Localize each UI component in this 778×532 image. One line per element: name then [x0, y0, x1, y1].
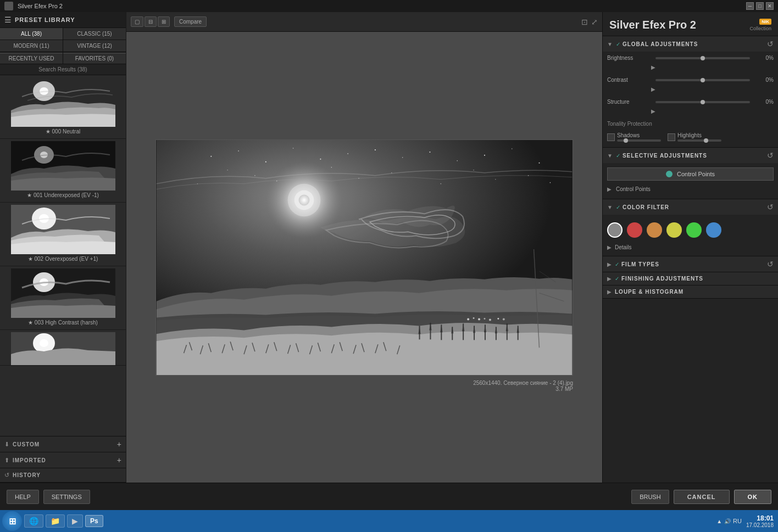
brightness-row: Brightness 0%	[607, 55, 774, 61]
preset-item[interactable]: ★ 001 Underexposed (EV -1)	[0, 139, 126, 203]
contrast-slider[interactable]	[655, 79, 750, 81]
add-custom-button[interactable]: +	[117, 440, 121, 449]
add-control-point-button[interactable]: Control Points	[607, 167, 774, 181]
sidebar: ☰ PRESET LIBRARY ALL (38) CLASSIC (15) M…	[0, 12, 126, 483]
tab-recently-used[interactable]: RECENTLY USED	[0, 53, 63, 64]
shadows-label: Shadows	[617, 132, 661, 138]
brightness-slider[interactable]	[655, 57, 750, 59]
control-points-expand[interactable]: ▶ Control Points	[607, 184, 774, 194]
chevron-right-icon: ▶	[651, 108, 655, 114]
swatch-blue[interactable]	[706, 222, 721, 238]
start-button[interactable]: ⊞	[2, 511, 22, 531]
section-color-filter-header[interactable]: ▼ ✓ COLOR FILTER ↺	[603, 199, 778, 215]
canvas-area: ▢ ⊟ ⊞ Compare ⊡ ⤢	[126, 12, 602, 483]
section-finishing-header[interactable]: ▶ ✓ FINISHING ADJUSTMENTS	[603, 272, 778, 285]
taskbar-ie[interactable]: 🌐	[24, 514, 43, 528]
highlights-checkbox[interactable]	[668, 133, 675, 141]
svg-point-16	[210, 155, 212, 156]
ok-button[interactable]: OK	[734, 490, 772, 504]
tray-arrow-icon[interactable]: ▲	[716, 518, 722, 524]
taskbar-photoshop[interactable]: Ps	[85, 515, 103, 527]
preset-item[interactable]: ★ 000 Neutral	[0, 75, 126, 139]
swatch-yellow[interactable]	[666, 222, 682, 238]
add-imported-button[interactable]: +	[117, 456, 121, 464]
section-global-header[interactable]: ▼ ✓ GLOBAL ADJUSTMENTS ↺	[603, 36, 778, 52]
sidebar-bottom: ⬇ CUSTOM + ⬆ IMPORTED + ↺ HISTORY	[0, 436, 126, 483]
swatch-orange[interactable]	[647, 222, 662, 238]
collection-label: Collection	[749, 26, 771, 31]
reset-button[interactable]: ↺	[767, 40, 774, 48]
structure-row: Structure 0%	[607, 99, 774, 105]
expand-arrow-icon: ▼	[607, 153, 613, 159]
reset-button[interactable]: ↺	[767, 151, 774, 160]
svg-point-22	[375, 149, 376, 150]
minimize-button[interactable]: ─	[746, 2, 754, 10]
photo-svg	[156, 140, 573, 375]
details-expand[interactable]: ▶ Details	[607, 242, 774, 253]
taskbar-media[interactable]: ▶	[67, 514, 83, 528]
structure-expand[interactable]: ▶	[607, 107, 774, 117]
swatch-green[interactable]	[686, 222, 702, 238]
tab-modern[interactable]: MODERN (11)	[0, 40, 63, 52]
highlights-slider[interactable]	[677, 139, 721, 142]
photo-frame	[155, 139, 573, 376]
contrast-expand[interactable]: ▶	[607, 85, 774, 96]
special-tabs: RECENTLY USED FAVORITES (0)	[0, 53, 126, 64]
maximize-button[interactable]: □	[756, 2, 764, 10]
taskbar-clock[interactable]: 18:01 17.02.2018	[746, 514, 774, 528]
svg-point-20	[320, 158, 321, 159]
settings-button[interactable]: SETTINGS	[43, 490, 90, 504]
zoom-fit-icon[interactable]: ⊡	[581, 18, 588, 26]
tab-all[interactable]: ALL (38)	[0, 28, 63, 40]
tab-favorites[interactable]: FAVORITES (0)	[63, 53, 126, 64]
taskbar: ⊞ 🌐 📁 ▶ Ps ▲ 🔊 RU 18:01 17.02.2018	[0, 510, 778, 532]
control-points-label: Control Points	[616, 186, 651, 192]
structure-slider[interactable]	[655, 101, 750, 103]
sidebar-section-custom[interactable]: ⬇ CUSTOM +	[0, 436, 126, 452]
shadows-checkbox[interactable]	[607, 133, 615, 141]
shadows-slider[interactable]	[617, 139, 661, 142]
compare-button[interactable]: Compare	[174, 16, 207, 27]
close-button[interactable]: ✕	[766, 2, 774, 10]
tab-vintage[interactable]: VINTAGE (12)	[63, 40, 126, 52]
structure-thumb	[701, 100, 705, 104]
preset-item[interactable]: ★ 002 Overexposed (EV +1)	[0, 203, 126, 266]
sidebar-title: PRESET LIBRARY	[15, 16, 75, 23]
swatch-gray[interactable]	[607, 222, 623, 238]
svg-point-44	[299, 194, 310, 205]
clock-time: 18:01	[746, 514, 774, 522]
section-film-types-header[interactable]: ▶ ✓ FILM TYPES ↺	[603, 256, 778, 272]
volume-icon[interactable]: 🔊	[724, 518, 731, 524]
section-loupe-header[interactable]: ▶ LOUPE & HISTOGRAM	[603, 285, 778, 298]
help-button[interactable]: HELP	[7, 490, 39, 504]
preset-thumbnail	[11, 268, 115, 318]
preset-preview-svg	[11, 268, 115, 318]
reset-button[interactable]: ↺	[767, 203, 774, 211]
sidebar-section-imported[interactable]: ⬆ IMPORTED +	[0, 452, 126, 468]
svg-point-23	[402, 157, 403, 158]
single-view-button[interactable]: ▢	[131, 16, 143, 27]
search-results: Search Results (38)	[0, 64, 126, 75]
hamburger-icon[interactable]: ☰	[4, 15, 12, 24]
taskbar-explorer[interactable]: 📁	[46, 514, 65, 528]
right-panel-header: Silver Efex Pro 2 NIK Collection	[603, 12, 778, 36]
section-selective-header[interactable]: ▼ ✓ SELECTIVE ADJUSTMENTS ↺	[603, 148, 778, 163]
brightness-expand[interactable]: ▶	[607, 63, 774, 74]
side-by-side-button[interactable]: ⊞	[158, 16, 170, 27]
sidebar-section-history[interactable]: ↺ HISTORY	[0, 468, 126, 483]
split-view-button[interactable]: ⊟	[145, 16, 157, 27]
cancel-button[interactable]: CANCEL	[674, 490, 730, 504]
preset-item[interactable]: ★ 003 High Contrast (harsh)	[0, 266, 126, 330]
section-finishing-adjustments: ▶ ✓ FINISHING ADJUSTMENTS	[603, 272, 778, 285]
reset-button[interactable]: ↺	[767, 260, 774, 268]
svg-point-71	[503, 318, 505, 320]
tonality-row: Shadows Highlights	[607, 130, 774, 144]
swatch-red[interactable]	[627, 222, 642, 238]
brush-button[interactable]: BRUSH	[631, 490, 669, 504]
svg-point-70	[497, 317, 499, 319]
preset-item[interactable]	[0, 330, 126, 366]
tab-classic[interactable]: CLASSIC (15)	[63, 28, 126, 40]
ie-icon: 🌐	[29, 517, 38, 525]
zoom-full-icon[interactable]: ⤢	[591, 18, 598, 26]
expand-arrow-icon: ▶	[607, 276, 612, 282]
